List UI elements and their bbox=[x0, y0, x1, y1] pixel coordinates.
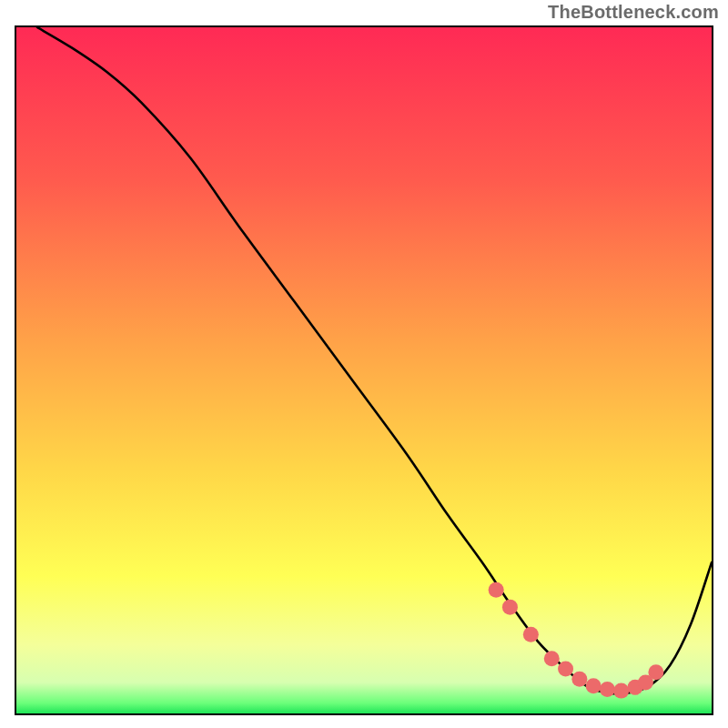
highlight-dot bbox=[600, 682, 615, 697]
highlight-dot bbox=[648, 664, 663, 680]
chart-frame bbox=[15, 25, 713, 715]
highlight-dot bbox=[613, 683, 629, 699]
highlight-dot bbox=[523, 627, 539, 642]
chart-svg-layer bbox=[16, 27, 712, 713]
optimal-range-dots bbox=[489, 582, 664, 699]
highlight-dot bbox=[558, 661, 573, 676]
highlight-dot bbox=[544, 651, 560, 666]
bottleneck-curve bbox=[37, 27, 712, 693]
watermark-text: TheBottleneck.com bbox=[548, 2, 719, 23]
highlight-dot bbox=[502, 600, 518, 615]
highlight-dot bbox=[489, 582, 504, 598]
highlight-dot bbox=[571, 672, 587, 687]
highlight-dot bbox=[586, 678, 602, 693]
